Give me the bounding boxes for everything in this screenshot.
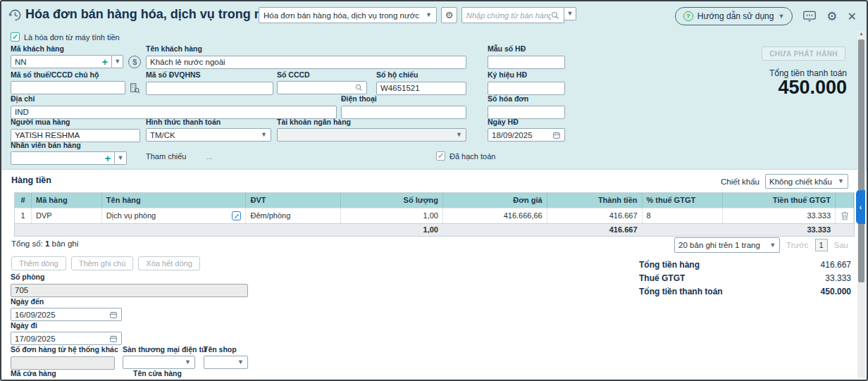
field-ma-so-thue: Mã số thuế/CCCD chủ hộ: [11, 70, 141, 94]
field-dien-thoai: Điện thoại: [341, 94, 466, 119]
side-panel-toggle[interactable]: ‹: [856, 190, 865, 224]
chevron-down-icon: ▼: [237, 359, 244, 366]
clear-rows-button[interactable]: Xóa hết dòng: [138, 256, 199, 270]
ngay-di-datepicker[interactable]: 17/09/2025: [11, 332, 122, 345]
ma-so-thue-input[interactable]: [11, 81, 125, 94]
chevron-down-icon: ▼: [769, 242, 776, 249]
col-don-gia: Đơn giá: [443, 193, 547, 208]
total-line: Thuế GTGT 33.333: [639, 273, 851, 283]
search-dropdown-button[interactable]: ▼: [564, 7, 576, 20]
footer-tien-thue: 33.333: [723, 224, 836, 236]
cell-dvt[interactable]: Đêm/phòng: [246, 208, 341, 223]
scroll-up-arrow[interactable]: ▲: [857, 31, 865, 36]
item-note-icon[interactable]: [232, 211, 241, 220]
cell-so-luong[interactable]: 1,00: [341, 208, 443, 223]
search-box[interactable]: Nhập chứng từ bán hàng, dịch vụ: [461, 7, 564, 23]
ten-khach-hang-label: Tên khách hàng: [146, 44, 466, 53]
doc-settings-button[interactable]: ⚙: [441, 7, 457, 23]
ten-shop-label: Tên shop: [204, 345, 248, 354]
per-page-dropdown[interactable]: 20 bản ghi trên 1 trang ▼: [674, 237, 780, 253]
items-table: # Mã hàng Tên hàng ĐVT Số lượng Đơn giá …: [14, 192, 855, 237]
total-goods-label: Tổng tiền hàng: [639, 260, 700, 270]
ngay-den-datepicker[interactable]: 16/09/2025: [11, 308, 122, 321]
ngay-hd-datepicker[interactable]: 18/09/2025: [488, 128, 565, 142]
col-ma-hang: Mã hàng: [32, 193, 102, 208]
scrollbar-thumb[interactable]: [858, 39, 864, 282]
cell-tien-thue[interactable]: 33.333: [723, 208, 836, 223]
tham-chieu-more-link[interactable]: ...: [206, 152, 212, 161]
help-button[interactable]: ? Hướng dẫn sử dụng ▼: [675, 7, 793, 25]
ma-khach-hang-input[interactable]: NN +: [11, 55, 112, 68]
cell-don-gia[interactable]: 416.666,66: [443, 208, 547, 223]
so-cccd-input[interactable]: [277, 81, 367, 94]
so-don-hang-label: Số đơn hàng từ hệ thống khác: [11, 345, 115, 354]
hinh-thuc-thanh-toan-label: Hình thức thanh toán: [146, 118, 271, 126]
cell-thanh-tien[interactable]: 416.667: [547, 208, 643, 223]
col-actions: [836, 193, 854, 208]
ten-khach-hang-input[interactable]: [146, 56, 466, 69]
add-employee-icon[interactable]: +: [105, 154, 111, 163]
add-row-button[interactable]: Thêm dòng: [11, 256, 66, 270]
history-icon[interactable]: [8, 8, 22, 22]
total-vat-label: Thuế GTGT: [639, 273, 685, 283]
dia-chi-input[interactable]: [11, 106, 337, 119]
record-count-prefix: Tổng số:: [11, 239, 43, 248]
table-row[interactable]: 1 DVP Dịch vụ phòng Đêm/phòng 1,00 416.6…: [15, 208, 854, 223]
dien-thoai-label: Điện thoại: [341, 94, 466, 103]
ten-shop-dropdown[interactable]: ▼: [204, 356, 248, 369]
add-note-button[interactable]: Thêm ghi chú: [71, 256, 134, 270]
mau-so-hd-input[interactable]: [488, 56, 565, 69]
col-dvt: ĐVT: [246, 193, 341, 208]
prev-page-button[interactable]: Trước: [786, 241, 808, 249]
chevron-down-icon: ▼: [456, 132, 462, 138]
posted-checkbox[interactable]: ✓ Đã hạch toán: [436, 151, 495, 161]
ngay-den-value: 16/09/2025: [15, 311, 56, 319]
calendar-icon[interactable]: [109, 311, 118, 319]
so-phong-input[interactable]: [11, 284, 248, 297]
shortcut-panel-button[interactable]: [802, 10, 817, 23]
discount-dropdown[interactable]: Không chiết khấu ▼: [765, 174, 848, 189]
tai-khoan-ngan-hang-dropdown[interactable]: ▼: [277, 128, 466, 142]
so-ho-chieu-input[interactable]: [376, 82, 466, 95]
hinh-thuc-thanh-toan-value: TM/CK: [150, 131, 175, 139]
org-lookup-icon[interactable]: [129, 82, 140, 94]
close-button[interactable]: ✕: [848, 10, 857, 23]
doc-type-value: Hóa đơn bán hàng hóa, dịch vụ trong nước: [264, 11, 419, 20]
cell-thue-suat[interactable]: 8: [643, 208, 724, 223]
search-icon[interactable]: [355, 84, 363, 92]
chevron-down-icon: ▼: [185, 359, 191, 366]
delete-row-button[interactable]: [836, 208, 854, 223]
cell-ten-hang[interactable]: Dịch vụ phòng: [102, 208, 247, 223]
ky-hieu-hd-input[interactable]: [488, 82, 565, 95]
add-customer-icon[interactable]: +: [102, 57, 108, 67]
chevron-down-icon: ▼: [426, 12, 432, 18]
checkbox-checked-icon: ✓: [436, 151, 445, 161]
employee-dropdown-button[interactable]: ▼: [115, 151, 127, 165]
nguoi-mua-hang-input[interactable]: [11, 129, 140, 142]
san-tmdt-dropdown[interactable]: ▼: [123, 356, 195, 369]
pos-invoice-checkbox[interactable]: ✓ Là hóa đơn từ máy tính tiền: [11, 32, 120, 42]
dia-chi-label: Địa chỉ: [11, 94, 337, 103]
calendar-icon[interactable]: [109, 335, 118, 343]
dollar-circle-icon[interactable]: $: [128, 56, 141, 68]
calendar-icon[interactable]: [552, 131, 561, 139]
record-count-value: 1: [45, 239, 49, 248]
field-tai-khoan-ngan-hang: Tài khoản ngân hàng ▼: [277, 118, 466, 142]
settings-button[interactable]: ⚙: [826, 9, 837, 24]
chevron-down-icon: ▼: [118, 155, 124, 161]
search-icon: [551, 11, 559, 20]
dien-thoai-input[interactable]: [341, 106, 466, 119]
so-don-hang-input[interactable]: [11, 356, 115, 370]
next-page-button[interactable]: Sau: [834, 241, 848, 249]
cell-ma-hang[interactable]: DVP: [32, 208, 102, 223]
nhan-vien-ban-hang-input[interactable]: +: [11, 151, 115, 165]
customer-dropdown-button[interactable]: ▼: [112, 55, 124, 68]
doc-type-dropdown[interactable]: Hóa đơn bán hàng hóa, dịch vụ trong nước…: [259, 7, 437, 23]
ma-so-dvqhns-input[interactable]: [146, 82, 273, 95]
close-icon: ✕: [848, 10, 857, 23]
current-page-box[interactable]: 1: [815, 239, 828, 251]
so-hoa-don-input[interactable]: [488, 106, 565, 119]
ma-cua-hang-label: Mã cửa hàng: [11, 369, 115, 377]
mau-so-hd-label: Mẫu số HĐ: [488, 44, 565, 53]
hinh-thuc-thanh-toan-dropdown[interactable]: TM/CK ▼: [146, 128, 271, 142]
